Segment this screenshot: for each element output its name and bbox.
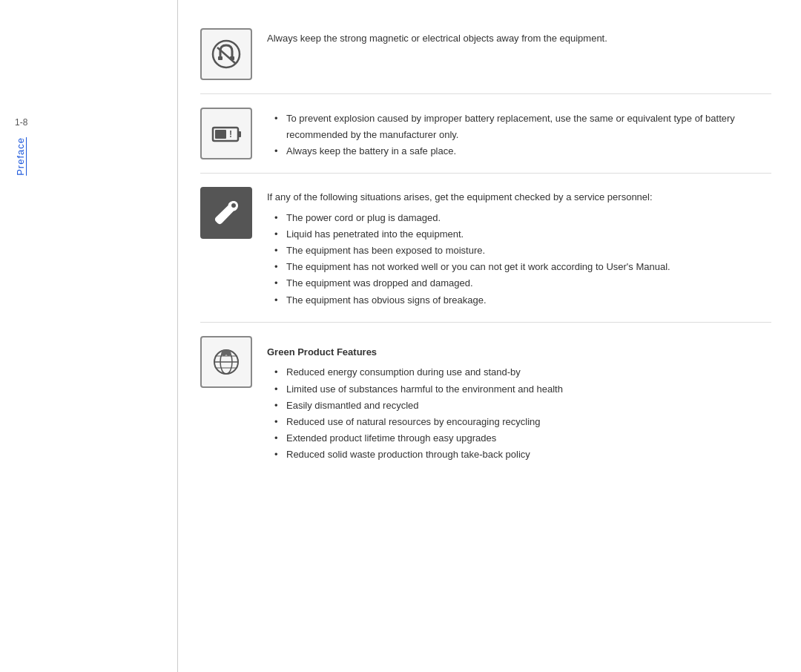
list-item: Reduced energy consumption during use an…: [274, 364, 771, 381]
wrench-icon: [210, 197, 243, 229]
sidebar: 1-8 Preface: [0, 0, 178, 672]
list-item: The equipment has obvious signs of break…: [274, 292, 771, 309]
list-item: Always keep the battery in a safe place.: [274, 143, 771, 159]
green-content: Green Product Features Reduced energy co…: [267, 336, 771, 463]
svg-rect-5: [238, 131, 241, 137]
service-bullets: The power cord or plug is damaged. Liqui…: [267, 210, 771, 309]
list-item: The equipment has been exposed to moistu…: [274, 243, 771, 259]
wrench-icon-box: [200, 187, 252, 239]
battery-icon-box: !: [200, 108, 252, 159]
page-number: 1-8: [15, 117, 27, 128]
list-item: Extended product lifetime through easy u…: [274, 430, 771, 447]
section-magnetic: Always keep the strong magnetic or elect…: [200, 15, 771, 94]
list-item: The power cord or plug is damaged.: [274, 210, 771, 226]
list-item: The equipment was dropped and damaged.: [274, 275, 771, 291]
no-magnet-icon-box: [200, 28, 252, 80]
green-bullets: Reduced energy consumption during use an…: [267, 364, 771, 463]
list-item: Easily dismantled and recycled: [274, 398, 771, 414]
list-item: To prevent explosion caused by improper …: [274, 111, 771, 143]
list-item: Liquid has penetrated into the equipment…: [274, 226, 771, 243]
list-item: The equipment has not worked well or you…: [274, 259, 771, 275]
main-content: Always keep the strong magnetic or elect…: [178, 0, 801, 672]
magnetic-text: Always keep the strong magnetic or elect…: [267, 28, 771, 51]
green-product-icon: [210, 346, 243, 378]
section-service: If any of the following situations arise…: [200, 174, 771, 322]
battery-bullets: To prevent explosion caused by improper …: [267, 111, 771, 159]
list-item: Reduced solid waste production through t…: [274, 447, 771, 463]
svg-rect-6: [215, 130, 226, 139]
list-item: Reduced use of natural resources by enco…: [274, 414, 771, 430]
list-item: Limited use of substances harmful to the…: [274, 381, 771, 398]
preface-label: Preface: [15, 137, 26, 176]
battery-text: To prevent explosion caused by improper …: [267, 108, 771, 159]
green-icon-box: [200, 336, 252, 388]
no-magnet-icon: [210, 38, 243, 70]
section-battery: ! To prevent explosion caused by imprope…: [200, 94, 771, 174]
svg-text:!: !: [229, 129, 232, 139]
svg-rect-3: [230, 56, 234, 60]
service-text: If any of the following situations arise…: [267, 187, 771, 308]
svg-rect-2: [218, 56, 222, 60]
svg-point-8: [217, 220, 221, 223]
section-green: Green Product Features Reduced energy co…: [200, 323, 771, 476]
battery-icon: !: [210, 117, 243, 150]
